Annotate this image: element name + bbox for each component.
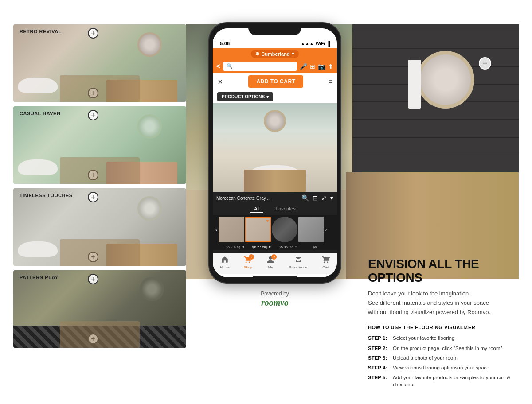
step-1-text: Select your favorite flooring xyxy=(393,334,454,342)
chevron-down-icon[interactable]: ▾ xyxy=(330,194,333,202)
plus-button-timeless-bottom[interactable]: + xyxy=(88,252,98,262)
heart-icon-filled: ♥ xyxy=(266,218,269,223)
tile-selector-header: Moroccan Concrete Gray ... 🔍 ⊟ ⤢ ▾ xyxy=(213,194,337,203)
powered-by-section: Powered by roomvo xyxy=(261,291,289,308)
room-card-label: PATTERN PLAY xyxy=(20,275,59,280)
location-name: Cumberland xyxy=(261,51,289,57)
room-visualization xyxy=(213,103,337,192)
plus-button-casual-top[interactable]: + xyxy=(88,110,98,120)
tab-all[interactable]: All xyxy=(250,205,263,213)
signal-icon: ▲▲▲ xyxy=(301,41,314,46)
tile-arrow-right[interactable]: › xyxy=(325,226,327,233)
tab-favorites[interactable]: Favorites xyxy=(272,205,299,213)
room-card-label: RETRO REVIVAL xyxy=(20,29,62,34)
nav-label-cart: Cart xyxy=(322,265,329,269)
envision-title: ENVISION ALL THE OPTIONS xyxy=(368,257,519,285)
phone-mockup: 5:06 ▲▲▲ WiFi ▐ ⊕ Cumberland ▾ < xyxy=(208,22,341,284)
tile-tabs: All Favorites xyxy=(213,203,337,215)
me-badge: 2 xyxy=(271,254,277,260)
powered-by-label: Powered by xyxy=(261,291,289,297)
plus-button-retro-bottom[interactable]: + xyxy=(88,88,98,98)
barcode-icon[interactable]: ⊞ xyxy=(310,63,315,70)
nav-label-store-mode: Store Mode xyxy=(289,265,307,269)
battery-icon: ▐ xyxy=(327,41,330,46)
step-5-num: STEP 5: xyxy=(368,374,390,388)
filter-icon[interactable]: ⊟ xyxy=(313,194,318,202)
room-card-casual-haven[interactable]: CASUAL HAVEN + + xyxy=(13,106,186,184)
plus-button-timeless-top[interactable]: + xyxy=(88,192,98,202)
step-1: STEP 1: Select your favorite flooring xyxy=(368,334,519,342)
phone-mirror xyxy=(264,110,286,132)
room-card-label: TIMELESS TOUCHES xyxy=(20,193,73,198)
tile-item-3[interactable] xyxy=(272,217,297,242)
room-card-pattern-play[interactable]: PATTERN PLAY + + xyxy=(13,270,186,348)
plus-button-main-top[interactable]: + xyxy=(479,57,491,70)
phone-vanity xyxy=(244,170,306,192)
product-options-label: PRODUCT OPTIONS xyxy=(222,94,265,99)
tile-price-3: $5.95 /sq. ft. xyxy=(276,245,301,249)
location-pill[interactable]: ⊕ Cumberland ▾ xyxy=(251,50,298,58)
tile-product-name: Moroccan Concrete Gray ... xyxy=(216,196,299,201)
tile-item-1[interactable] xyxy=(219,217,244,242)
app-header: ⊕ Cumberland ▾ xyxy=(213,48,337,60)
wifi-icon: WiFi xyxy=(316,41,325,46)
tile-price-strip: $6.29 /sq. ft. $6.27 /sq. ft. $5.95 /sq.… xyxy=(213,244,337,250)
chevron-down-icon: ▾ xyxy=(266,94,269,99)
steps-list: STEP 1: Select your favorite flooring ST… xyxy=(368,334,519,388)
plus-button-pattern-bottom[interactable]: + xyxy=(88,334,98,344)
tile-item-2[interactable]: ♥ xyxy=(245,217,271,242)
room-card-label: CASUAL HAVEN xyxy=(20,111,60,116)
room-card-timeless-touches[interactable]: TIMELESS TOUCHES + + xyxy=(13,188,186,266)
roomvo-logo: roomvo xyxy=(261,298,289,308)
nav-item-home[interactable]: Home xyxy=(220,256,229,269)
step-5-text: Add your favorite products or samples to… xyxy=(393,374,519,388)
tile-item-4[interactable] xyxy=(298,217,324,242)
plus-button-pattern-top[interactable]: + xyxy=(88,274,98,284)
nav-item-cart[interactable]: Cart xyxy=(322,256,330,269)
product-options-bar: PRODUCT OPTIONS ▾ xyxy=(213,90,337,103)
back-button[interactable]: < xyxy=(216,62,220,70)
share-icon[interactable]: ⬆ xyxy=(328,63,333,70)
nav-item-store-mode[interactable]: Store Mode xyxy=(289,256,307,269)
add-to-cart-bar: ✕ ADD TO CART ≡ xyxy=(213,73,337,90)
tile-price-1: $6.29 /sq. ft. xyxy=(223,245,248,249)
envision-description: Don't leave your look to the imagination… xyxy=(368,289,519,317)
search-icon: 🔍 xyxy=(227,63,233,69)
step-3-num: STEP 3: xyxy=(368,354,390,361)
tile-selector: Moroccan Concrete Gray ... 🔍 ⊟ ⤢ ▾ All F… xyxy=(213,192,337,252)
phone-home-bar xyxy=(253,276,297,277)
phone-screen: 5:06 ▲▲▲ WiFi ▐ ⊕ Cumberland ▾ < xyxy=(213,28,337,277)
search-input-box[interactable]: 🔍 xyxy=(223,62,297,71)
camera-icon[interactable]: 📷 xyxy=(318,63,325,70)
menu-icon[interactable]: ≡ xyxy=(329,78,332,85)
search-bar: < 🔍 🎤 ⊞ 📷 ⬆ xyxy=(213,60,337,73)
status-icons: ▲▲▲ WiFi ▐ xyxy=(301,41,330,46)
close-button[interactable]: ✕ xyxy=(217,78,223,86)
tile-price-4: $6. xyxy=(302,245,328,249)
room-card-retro-revival[interactable]: RETRO REVIVAL + + xyxy=(13,24,186,102)
step-2-num: STEP 2: xyxy=(368,345,390,352)
product-options-button[interactable]: PRODUCT OPTIONS ▾ xyxy=(217,92,273,101)
nav-item-shop[interactable]: 2 Shop xyxy=(244,256,252,269)
nav-label-me: Me xyxy=(268,265,273,269)
tile-strip: ‹ ♥ › xyxy=(213,215,337,244)
chevron-down-icon: ▾ xyxy=(292,51,294,57)
mic-icon[interactable]: 🎤 xyxy=(300,63,307,70)
step-3-text: Upload a photo of your room xyxy=(393,354,458,361)
bottom-nav: Home 2 Shop 2 Me xyxy=(213,252,337,274)
tile-selector-action-icons: 🔍 ⊟ ⤢ ▾ xyxy=(301,194,333,202)
step-4-num: STEP 4: xyxy=(368,364,390,371)
plus-button-casual-bottom[interactable]: + xyxy=(88,170,98,180)
plus-button-retro-top[interactable]: + xyxy=(88,28,98,39)
main-room-sink xyxy=(434,224,470,235)
add-to-cart-button[interactable]: ADD TO CART xyxy=(248,75,303,88)
step-4-text: View various flooring options in your sp… xyxy=(393,364,489,371)
info-section: ENVISION ALL THE OPTIONS Don't leave you… xyxy=(368,257,519,391)
tile-arrow-left[interactable]: ‹ xyxy=(215,226,218,233)
expand-icon[interactable]: ⤢ xyxy=(321,194,327,202)
nav-label-shop: Shop xyxy=(244,265,252,269)
nav-item-me[interactable]: 2 Me xyxy=(266,256,274,269)
search-tiles-icon[interactable]: 🔍 xyxy=(301,194,309,202)
room-cards-panel: RETRO REVIVAL + + CASUAL HAVEN + + TIMEL… xyxy=(13,24,186,348)
how-to-title: HOW TO USE THE FLOORING VISUALIZER xyxy=(368,325,519,330)
